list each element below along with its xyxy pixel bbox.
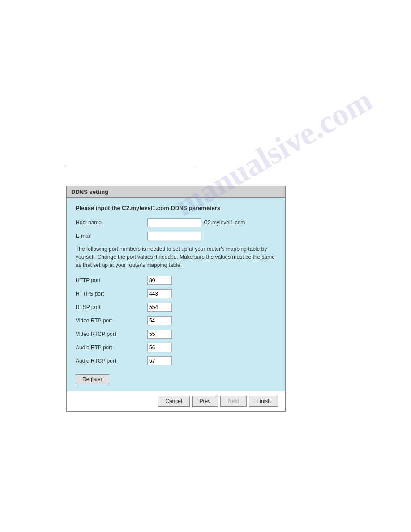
register-button[interactable]: Register xyxy=(76,374,109,384)
port-row-0: HTTP port xyxy=(76,276,276,285)
host-name-row: Host name .C2.mylevel1.com xyxy=(76,218,276,227)
port-input-4[interactable] xyxy=(147,330,172,339)
description-text: The following port numbers is needed to … xyxy=(76,245,276,269)
port-row-5: Audio RTP port xyxy=(76,343,276,352)
port-input-2[interactable] xyxy=(147,303,172,312)
port-row-1: HTTPS port xyxy=(76,289,276,298)
ddns-setting-dialog: DDNS setting Please input the C2.mylevel… xyxy=(66,186,286,412)
email-input[interactable] xyxy=(147,232,201,240)
port-input-1[interactable] xyxy=(147,289,172,298)
port-row-4: Video RTCP port xyxy=(76,330,276,339)
finish-button[interactable]: Finish xyxy=(249,396,278,407)
dialog-content: Please input the C2.mylevel1.com DDNS pa… xyxy=(67,198,285,391)
next-button[interactable]: Next xyxy=(220,396,247,407)
host-name-input[interactable] xyxy=(147,218,201,227)
port-rows-container: HTTP portHTTPS portRTSP portVideo RTP po… xyxy=(76,276,276,365)
email-row: E-mail xyxy=(76,232,276,240)
prev-button[interactable]: Prev xyxy=(192,396,218,407)
port-label-1: HTTPS port xyxy=(76,291,147,297)
horizontal-divider xyxy=(66,166,196,166)
port-label-0: HTTP port xyxy=(76,277,147,283)
dialog-header-text: Please input the C2.mylevel1.com DDNS pa… xyxy=(76,205,276,211)
port-input-6[interactable] xyxy=(147,356,172,365)
port-row-6: Audio RTCP port xyxy=(76,356,276,365)
host-name-label: Host name xyxy=(76,219,147,226)
port-label-2: RTSP port xyxy=(76,304,147,310)
port-input-3[interactable] xyxy=(147,316,172,325)
port-row-2: RTSP port xyxy=(76,303,276,312)
port-row-3: Video RTP port xyxy=(76,316,276,325)
host-name-suffix: .C2.mylevel1.com xyxy=(202,219,245,226)
cancel-button[interactable]: Cancel xyxy=(158,396,189,407)
dialog-footer: Cancel Prev Next Finish xyxy=(67,391,285,411)
port-input-0[interactable] xyxy=(147,276,172,285)
port-label-4: Video RTCP port xyxy=(76,331,147,337)
port-input-5[interactable] xyxy=(147,343,172,352)
dialog-title: DDNS setting xyxy=(67,186,285,198)
port-label-3: Video RTP port xyxy=(76,317,147,324)
email-label: E-mail xyxy=(76,233,147,239)
port-label-6: Audio RTCP port xyxy=(76,358,147,364)
port-label-5: Audio RTP port xyxy=(76,344,147,351)
